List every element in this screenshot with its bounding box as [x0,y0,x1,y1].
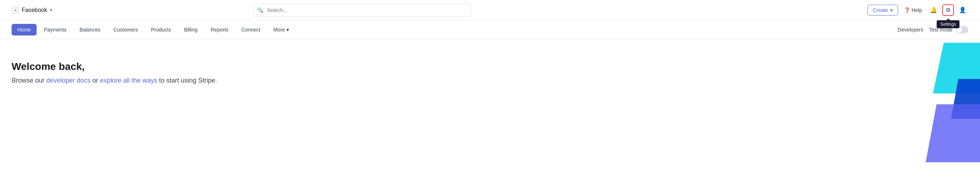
nav-item-home[interactable]: Home [11,24,37,35]
welcome-body-suffix: to start using Stripe. [159,77,217,84]
brand-switcher[interactable]: ▪ Facebook ▾ [11,6,52,14]
nav-item-reports[interactable]: Reports [205,24,234,35]
welcome-body-middle: or [92,77,100,84]
nav-item-customers[interactable]: Customers [108,24,144,35]
create-chevron-icon: ▾ [890,7,893,13]
search-icon: 🔍 [257,7,263,13]
main-navbar: Home Payments Balances Customers Product… [0,20,980,39]
nav-item-products[interactable]: Products [145,24,177,35]
user-icon: 👤 [959,6,966,13]
nav-item-billing[interactable]: Billing [178,24,203,35]
settings-button[interactable]: ⚙ [942,4,954,16]
notifications-button[interactable]: 🔔 [928,4,939,16]
main-content: Welcome back, Browse our developer docs … [0,39,980,184]
developers-link[interactable]: Developers [898,27,923,33]
welcome-body-prefix: Browse our [11,77,46,84]
decorative-shapes [871,39,980,184]
help-button[interactable]: ❓ Help [901,6,925,14]
nav-item-connect[interactable]: Connect [236,24,266,35]
nav-item-balances[interactable]: Balances [74,24,107,35]
header-right-actions: Create ▾ ❓ Help 🔔 ⚙ Settings 👤 [867,4,969,16]
developer-docs-link[interactable]: developer docs [46,77,91,84]
gear-icon: ⚙ [946,6,951,13]
bell-icon: 🔔 [930,6,937,13]
settings-tooltip: Settings [937,20,959,28]
brand-icon: ▪ [11,6,19,14]
brand-chevron-icon: ▾ [50,8,52,13]
top-header: ▪ Facebook ▾ 🔍 Create ▾ ❓ Help 🔔 ⚙ Setti… [0,0,980,20]
create-button[interactable]: Create ▾ [867,5,898,16]
help-circle-icon: ❓ [904,7,910,13]
welcome-title: Welcome back, [11,61,969,73]
nav-item-payments[interactable]: Payments [38,24,72,35]
nav-items-list: Home Payments Balances Customers Product… [11,24,898,35]
nav-item-more[interactable]: More ▾ [267,24,295,35]
user-avatar-button[interactable]: 👤 [957,4,969,16]
svg-marker-2 [926,104,980,162]
search-input[interactable] [253,4,471,17]
explore-ways-link[interactable]: explore all the ways [100,77,157,84]
welcome-subtitle: Browse our developer docs or explore all… [11,77,969,84]
search-bar: 🔍 [253,4,471,17]
more-chevron-icon: ▾ [286,27,289,33]
brand-name: Facebook [22,7,47,13]
